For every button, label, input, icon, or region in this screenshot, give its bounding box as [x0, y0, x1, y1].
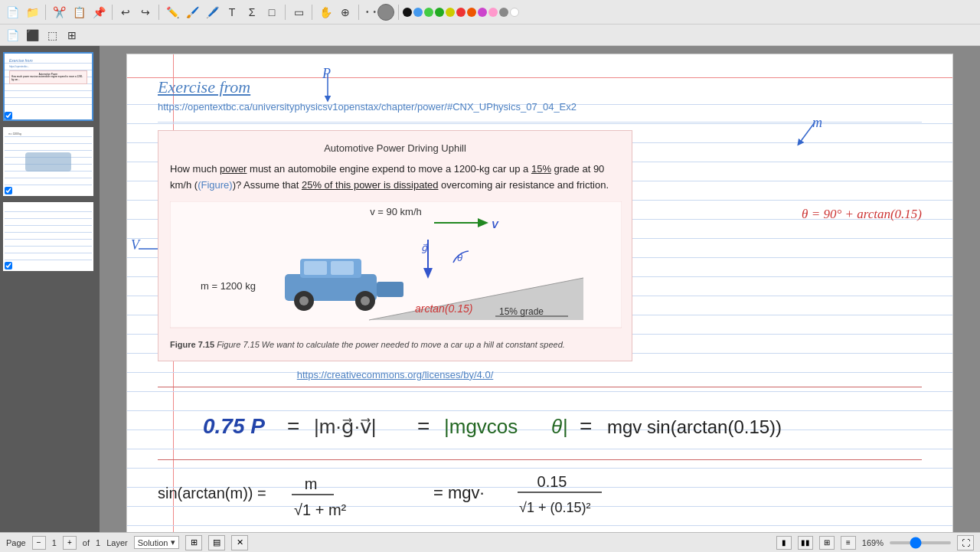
- eraser-button[interactable]: 🖌️: [183, 3, 201, 21]
- svg-text:v = 90 km/h: v = 90 km/h: [370, 206, 422, 217]
- layer-name: Solution: [138, 538, 168, 547]
- layers-button[interactable]: ⬛: [23, 26, 41, 44]
- view-scroll-button[interactable]: ≡: [841, 536, 856, 550]
- svg-text:0.75 P: 0.75 P: [203, 414, 265, 438]
- theta-annotation: θ = 90° + arctan(0.15): [802, 207, 922, 222]
- color-purple[interactable]: [478, 8, 487, 17]
- copy-button[interactable]: 📋: [70, 3, 88, 21]
- color-black[interactable]: [403, 8, 412, 17]
- page-thumb-1-checkbox[interactable]: [5, 112, 12, 119]
- undo-button[interactable]: ↩: [116, 3, 135, 21]
- separator-1: [45, 5, 46, 20]
- main-equation: 0.75 P = |m·g⃗·v⃗| = |mgvcos θ | =: [158, 399, 922, 456]
- separator-6: [358, 5, 359, 20]
- zoom-slider[interactable]: [890, 541, 951, 544]
- page-thumb-2[interactable]: m = 1200 kg: [3, 127, 96, 196]
- color-yellow[interactable]: [446, 8, 455, 17]
- svg-text:=: =: [580, 414, 592, 438]
- layer-dropdown-arrow: ▾: [171, 537, 175, 547]
- status-bar: Page − 1 + of 1 Layer Solution ▾ ⊞ ▤ ✕ ▮…: [0, 532, 980, 552]
- text-button[interactable]: T: [223, 3, 241, 21]
- page-prev-button[interactable]: −: [32, 536, 46, 550]
- color-gray[interactable]: [499, 8, 508, 17]
- doc-page: Exercise from P https://opentextbc.ca/un…: [126, 54, 953, 532]
- page-total: 1: [96, 538, 100, 547]
- divider-3: [158, 459, 922, 460]
- equation1-svg: 0.75 P = |m·g⃗·v⃗| = |mgvcos θ | =: [195, 399, 884, 452]
- page-thumb-3[interactable]: [3, 202, 96, 271]
- svg-text:m = 1200 kg: m = 1200 kg: [201, 280, 256, 292]
- svg-text:15% grade: 15% grade: [499, 306, 544, 317]
- second-equation-row: sin(arctan(m)) = m √1 + m² = mgv·: [158, 468, 922, 525]
- fullscreen-button[interactable]: ⛶: [957, 535, 974, 550]
- formula-button[interactable]: Σ: [243, 3, 261, 21]
- equation2-left-svg: sin(arctan(m)) = m √1 + m²: [158, 468, 403, 525]
- svg-text:√1 + m²: √1 + m²: [294, 501, 347, 518]
- problem-box: Automotive Power Driving Uphill How much…: [158, 130, 632, 361]
- layer-plus-button[interactable]: ⊞: [63, 26, 81, 44]
- svg-text:θ: θ: [551, 415, 562, 438]
- cc-link[interactable]: https://creativecommons.org/licenses/by/…: [158, 369, 632, 381]
- svg-text:θ: θ: [457, 252, 462, 263]
- svg-point-23: [361, 296, 370, 305]
- layer-dropdown[interactable]: Solution ▾: [134, 536, 180, 549]
- redo-button[interactable]: ↪: [136, 3, 155, 21]
- svg-text:= mgv·: = mgv·: [433, 483, 485, 502]
- page-thumb-3-checkbox[interactable]: [5, 262, 12, 269]
- page-options-button[interactable]: 📄: [3, 26, 21, 44]
- arrow-m-svg: [792, 119, 822, 149]
- layer-settings-button[interactable]: ⊞: [185, 535, 202, 550]
- separator-3: [158, 5, 159, 20]
- shape-button[interactable]: □: [263, 3, 281, 21]
- view-single-button[interactable]: ▮: [776, 536, 792, 550]
- highlight-button[interactable]: 🖊️: [203, 3, 221, 21]
- arrow-p-svg: [316, 70, 339, 104]
- svg-text:√1 + (0.15)²: √1 + (0.15)²: [519, 500, 590, 515]
- layer-label: Layer: [106, 538, 128, 547]
- hand-button[interactable]: ✋: [316, 3, 335, 21]
- secondary-toolbar: 📄 ⬛ ⬚ ⊞: [0, 24, 980, 46]
- svg-point-21: [299, 296, 309, 305]
- svg-text:sin(arctan(m)) =: sin(arctan(m)) =: [158, 485, 266, 501]
- layer-view-button[interactable]: ▤: [208, 535, 225, 550]
- color-darkgreen[interactable]: [435, 8, 444, 17]
- new-button[interactable]: 📄: [3, 3, 21, 21]
- page-thumb-2-checkbox[interactable]: [5, 187, 12, 194]
- equation2-right-svg: = mgv· 0.15 √1 + (0.15)²: [433, 468, 724, 525]
- view-grid-button[interactable]: ⊞: [819, 536, 835, 550]
- paste-button[interactable]: 📌: [90, 3, 108, 21]
- document-area[interactable]: Exercise from P https://opentextbc.ca/un…: [100, 46, 980, 532]
- cut-button[interactable]: ✂️: [50, 3, 68, 21]
- color-pink[interactable]: [488, 8, 498, 17]
- problem-text: How much power must an automobile engine…: [170, 162, 620, 194]
- color-white[interactable]: [510, 8, 519, 17]
- svg-text:=: =: [287, 414, 299, 438]
- layer-delete-button[interactable]: ✕: [231, 535, 248, 550]
- page-thumb-1[interactable]: Exercise from https://opentextbc... Auto…: [3, 52, 96, 121]
- scroll-button[interactable]: ⊕: [336, 3, 354, 21]
- color-green[interactable]: [424, 8, 433, 17]
- open-button[interactable]: 📁: [23, 3, 41, 21]
- color-orange[interactable]: [467, 8, 476, 17]
- color-blue[interactable]: [413, 8, 423, 17]
- color-red[interactable]: [456, 8, 466, 17]
- svg-text:0.15: 0.15: [537, 473, 567, 490]
- svg-text:m: m: [305, 475, 318, 492]
- svg-text:|: |: [563, 415, 568, 438]
- pen-button[interactable]: ✏️: [163, 3, 181, 21]
- layer-stack-button[interactable]: ⬚: [43, 26, 61, 44]
- dot-separator-1: •: [366, 8, 369, 16]
- svg-rect-19: [331, 261, 354, 275]
- diagram-svg: v = 90 km/h: [170, 201, 622, 335]
- separator-4: [285, 5, 286, 20]
- exercise-title: Exercise from: [158, 77, 250, 97]
- svg-rect-24: [377, 282, 403, 297]
- svg-text:V: V: [492, 219, 499, 230]
- circle-color[interactable]: [377, 4, 394, 21]
- url-link[interactable]: https://opentextbc.ca/universityphysicsv…: [158, 101, 922, 113]
- problem-title: Automotive Power Driving Uphill: [170, 142, 620, 154]
- select-button[interactable]: ▭: [289, 3, 308, 21]
- view-double-button[interactable]: ▮▮: [798, 536, 813, 550]
- page-next-button[interactable]: +: [63, 536, 77, 550]
- main-toolbar: 📄 📁 ✂️ 📋 📌 ↩ ↪ ✏️ 🖌️ 🖊️ T Σ □ ▭ ✋ ⊕ • •: [0, 0, 980, 24]
